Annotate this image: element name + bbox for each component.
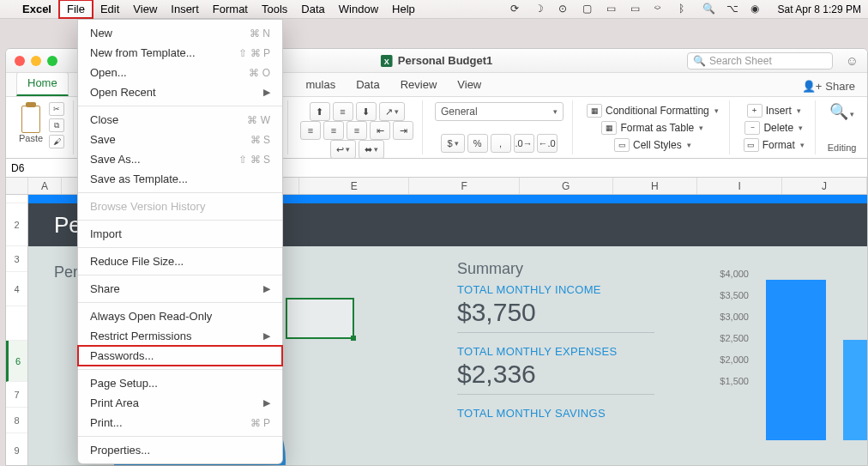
file-menu-open[interactable]: Open...⌘ O xyxy=(78,63,282,82)
menu-shortcut: ⇧ ⌘ P xyxy=(238,47,270,59)
format-as-table-button[interactable]: ▦Format as Table▾ xyxy=(600,120,705,136)
fill-handle[interactable] xyxy=(351,336,356,341)
menubar-insert[interactable]: Insert xyxy=(164,1,206,17)
menubar-edit[interactable]: Edit xyxy=(93,1,126,17)
row-header-2[interactable]: 2 xyxy=(6,203,27,246)
battery-icon[interactable]: ▭ xyxy=(630,3,644,16)
row-header-6[interactable]: 6 xyxy=(6,341,27,382)
file-menu-close[interactable]: Close⌘ W xyxy=(78,110,282,130)
decrease-decimal-button[interactable]: ←.0 xyxy=(537,134,558,153)
row-header-blank[interactable] xyxy=(6,306,27,341)
file-menu-restrict-permissions[interactable]: Restrict Permissions▶ xyxy=(78,326,282,346)
file-menu-properties[interactable]: Properties... xyxy=(78,440,282,460)
align-center-button[interactable]: ≡ xyxy=(323,121,344,140)
align-right-button[interactable]: ≡ xyxy=(347,121,367,140)
format-painter-icon[interactable]: 🖌 xyxy=(49,135,64,148)
percent-button[interactable]: % xyxy=(467,134,488,153)
orientation-button[interactable]: ↗▾ xyxy=(379,102,405,121)
align-top-button[interactable]: ⬆ xyxy=(310,102,330,121)
share-button[interactable]: 👤+ Share xyxy=(790,76,867,96)
file-menu-reduce-file-size[interactable]: Reduce File Size... xyxy=(78,251,282,271)
paste-icon[interactable] xyxy=(16,102,45,133)
menubar-data[interactable]: Data xyxy=(294,1,331,17)
menubar-clock[interactable]: Sat Apr 8 1:29 PM xyxy=(775,3,861,15)
currency-button[interactable]: $▾ xyxy=(441,134,464,153)
column-header-h[interactable]: H xyxy=(613,178,698,194)
wifi-icon[interactable]: ⌔ xyxy=(654,3,668,16)
increase-decimal-button[interactable]: .0→ xyxy=(514,134,534,153)
file-menu-new[interactable]: New⌘ N xyxy=(78,23,282,43)
file-menu-import[interactable]: Import xyxy=(78,224,282,244)
conditional-formatting-button[interactable]: ▦Conditional Formatting▾ xyxy=(585,103,720,118)
row-header-blank[interactable] xyxy=(6,195,27,203)
align-bottom-button[interactable]: ⬇ xyxy=(356,102,377,121)
find-icon[interactable]: 🔍▾ xyxy=(829,102,854,121)
file-menu-save-as[interactable]: Save As...⇧ ⌘ S xyxy=(78,149,282,169)
increase-indent-button[interactable]: ⇥ xyxy=(393,121,413,140)
file-menu-save[interactable]: Save⌘ S xyxy=(78,130,282,149)
sync-icon[interactable]: ⟳ xyxy=(510,3,524,16)
siri-icon[interactable]: ◉ xyxy=(750,3,764,16)
merge-button[interactable]: ⬌ ▾ xyxy=(359,140,384,159)
select-all-corner[interactable] xyxy=(6,178,28,194)
format-cells-button[interactable]: ▭Format▾ xyxy=(742,137,806,153)
row-header-3[interactable]: 3 xyxy=(6,246,27,272)
display-icon[interactable]: ▭ xyxy=(606,3,620,16)
menubar-help[interactable]: Help xyxy=(385,1,422,17)
file-menu-page-setup[interactable]: Page Setup... xyxy=(78,373,282,393)
column-header-g[interactable]: G xyxy=(520,178,613,194)
row-header-8[interactable]: 8 xyxy=(6,408,27,433)
insert-cells-button[interactable]: ＋Insert▾ xyxy=(745,103,803,118)
file-menu-save-as-template[interactable]: Save as Template... xyxy=(78,169,282,189)
file-menu-new-from-template[interactable]: New from Template...⇧ ⌘ P xyxy=(78,43,282,63)
number-format-select[interactable]: General▾ xyxy=(435,102,564,121)
row-header-9[interactable]: 9 xyxy=(6,433,27,466)
column-header-a[interactable]: A xyxy=(28,178,63,194)
cut-icon[interactable]: ✂ xyxy=(49,102,64,116)
feedback-smiley-icon[interactable]: ☺ xyxy=(846,53,859,68)
search-icon[interactable]: 🔍 xyxy=(702,3,716,16)
minimize-window-button[interactable] xyxy=(31,56,41,66)
column-header-i[interactable]: I xyxy=(697,178,782,194)
tab-data[interactable]: Data xyxy=(346,75,389,96)
zoom-window-button[interactable] xyxy=(47,56,57,66)
align-left-button[interactable]: ≡ xyxy=(300,121,321,140)
bluetooth-icon[interactable]: ᛒ xyxy=(678,3,692,16)
comma-button[interactable]: , xyxy=(491,134,511,153)
file-menu-open-recent[interactable]: Open Recent▶ xyxy=(78,82,282,102)
menubar-format[interactable]: Format xyxy=(206,1,255,17)
tab-review[interactable]: Review xyxy=(390,75,448,96)
tab-view[interactable]: View xyxy=(447,75,491,96)
wrap-text-button[interactable]: ↩ ▾ xyxy=(330,140,356,159)
moon-icon[interactable]: ☽ xyxy=(534,3,548,16)
row-header-7[interactable]: 7 xyxy=(6,382,27,408)
align-middle-button[interactable]: ≡ xyxy=(333,102,353,121)
menubar-tools[interactable]: Tools xyxy=(255,1,294,17)
menubar-window[interactable]: Window xyxy=(332,1,385,17)
file-menu-share[interactable]: Share▶ xyxy=(78,279,282,299)
row-header-4[interactable]: 4 xyxy=(6,272,27,306)
tab-formulas[interactable]: mulas xyxy=(296,75,347,96)
copy-icon[interactable]: ⧉ xyxy=(49,118,64,132)
airplay-icon[interactable]: ▢ xyxy=(582,3,596,16)
delete-cells-button[interactable]: －Delete▾ xyxy=(743,120,805,136)
circle-icon[interactable]: ⊙ xyxy=(558,3,572,16)
control-center-icon[interactable]: ⌥ xyxy=(726,3,740,16)
decrease-indent-button[interactable]: ⇤ xyxy=(370,121,390,140)
column-header-e[interactable]: E xyxy=(299,178,409,194)
name-box[interactable]: D6 xyxy=(6,160,78,176)
tab-home[interactable]: Home xyxy=(16,72,69,96)
cell-styles-button[interactable]: ▭Cell Styles▾ xyxy=(612,137,693,153)
file-menu-print[interactable]: Print...⌘ P xyxy=(78,413,282,433)
menubar-app[interactable]: Excel xyxy=(15,1,58,17)
menubar-file[interactable]: File xyxy=(58,0,93,19)
file-menu-print-area[interactable]: Print Area▶ xyxy=(78,393,282,413)
selected-cell[interactable] xyxy=(286,298,354,339)
close-window-button[interactable] xyxy=(15,56,25,66)
search-sheet-input[interactable]: 🔍 Search Sheet xyxy=(687,52,833,70)
menubar-view[interactable]: View xyxy=(126,1,164,17)
column-header-j[interactable]: J xyxy=(782,178,867,194)
file-menu-always-open-read-only[interactable]: Always Open Read-Only xyxy=(78,306,282,326)
column-header-f[interactable]: F xyxy=(409,178,519,194)
file-menu-passwords[interactable]: Passwords... xyxy=(78,346,282,366)
